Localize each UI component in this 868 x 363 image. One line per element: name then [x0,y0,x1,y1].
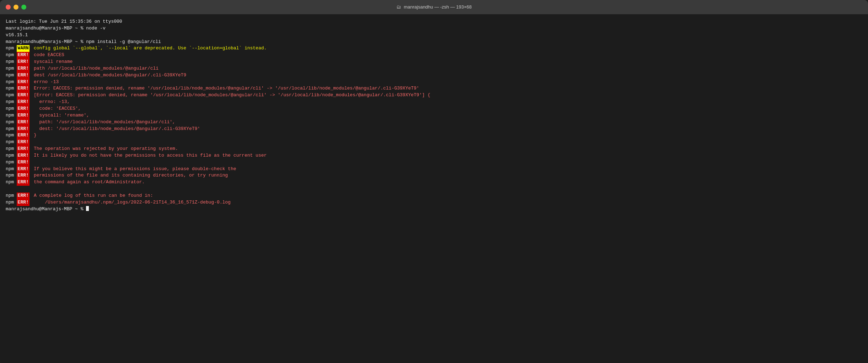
terminal-content[interactable]: Last login: Tue Jun 21 15:35:36 on ttys0… [0,14,868,363]
terminal-folder-icon: 🗂 [396,4,401,11]
terminal-line: npm ERR! dest /usr/local/lib/node_module… [6,72,862,79]
terminal-line: npm ERR! [Error: EACCES: permission deni… [6,92,862,99]
title-label: manrajsandhu — -zsh — 193×68 [404,4,472,11]
terminal-line: npm ERR! [6,159,862,166]
terminal-line: npm ERR! } [6,132,862,139]
terminal-line: npm ERR! [6,139,862,146]
terminal-line: npm ERR! path /usr/local/lib/node_module… [6,65,862,72]
window-title: 🗂 manrajsandhu — -zsh — 193×68 [396,4,472,11]
traffic-lights [6,5,26,10]
title-bar: 🗂 manrajsandhu — -zsh — 193×68 [0,0,868,14]
terminal-line: npm ERR! A complete log of this run can … [6,193,862,199]
terminal-line: npm ERR! dest: '/usr/local/lib/node_modu… [6,126,862,132]
terminal-line: npm ERR! Error: EACCES: permission denie… [6,85,862,92]
terminal-line: npm ERR! syscall: 'rename', [6,112,862,119]
terminal-line: manrajsandhu@Manrajs-MBP ~ % npm install… [6,39,862,45]
terminal-line: v16.15.1 [6,32,862,39]
close-button[interactable] [6,5,11,10]
maximize-button[interactable] [21,5,26,10]
terminal-line [6,186,862,193]
terminal-line: npm WARN config global `--global`, `--lo… [6,45,862,52]
terminal-line: npm ERR! code EACCES [6,52,862,59]
terminal-line: npm ERR! errno -13 [6,79,862,86]
terminal-line: npm ERR! permissions of the file and its… [6,172,862,179]
terminal-line: Last login: Tue Jun 21 15:35:36 on ttys0… [6,18,862,25]
minimize-button[interactable] [14,5,18,10]
terminal-line: npm ERR! syscall rename [6,59,862,65]
terminal-line: npm ERR! path: '/usr/local/lib/node_modu… [6,119,862,126]
terminal-window: 🗂 manrajsandhu — -zsh — 193×68 Last logi… [0,0,868,363]
terminal-line: manrajsandhu@Manrajs-MBP ~ % node -v [6,25,862,32]
terminal-line: npm ERR! the command again as root/Admin… [6,179,862,186]
terminal-line: npm ERR! It is likely you do not have th… [6,152,862,159]
terminal-line: npm ERR! /Users/manrajsandhu/.npm/_logs/… [6,199,862,206]
terminal-line: manrajsandhu@Manrajs-MBP ~ % [6,206,862,213]
terminal-line: npm ERR! The operation was rejected by y… [6,146,862,152]
terminal-line: npm ERR! If you believe this might be a … [6,166,862,173]
terminal-line: npm ERR! code: 'EACCES', [6,105,862,112]
terminal-line: npm ERR! errno: -13, [6,99,862,105]
